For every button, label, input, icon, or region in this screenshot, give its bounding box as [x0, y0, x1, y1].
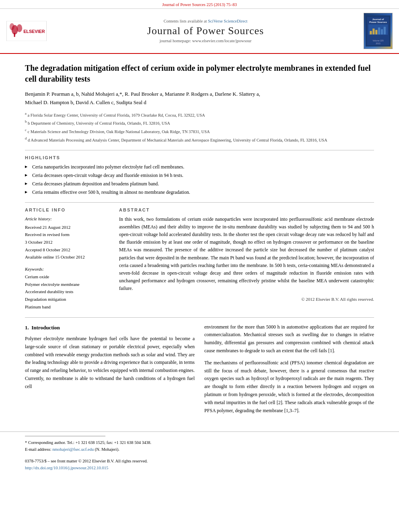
received-revised-label: Received in revised form [25, 231, 109, 238]
issn-text: 0378-7753/$ – see front matter © 2012 El… [25, 459, 148, 463]
svg-rect-16 [384, 27, 386, 35]
intro-paragraph-1: Polymer electrolyte membrane hydrogen fu… [25, 335, 195, 391]
highlight-item-1: Ceria nanoparticles incorporated into po… [25, 163, 374, 170]
intro-number: 1. [25, 325, 29, 331]
journal-header-left: ELSEVIER [6, 13, 55, 49]
svg-text:ELSEVIER: ELSEVIER [23, 29, 45, 34]
body-two-columns: 1. Introduction Polymer electrolyte memb… [25, 323, 374, 419]
highlights-label: HIGHLIGHTS [25, 155, 374, 160]
journal-header-center: Contents lists available at SciVerse Sci… [60, 13, 352, 49]
footer-divider [25, 436, 105, 436]
corresponding-author-text: * Corresponding author. Tel.: +1 321 638… [25, 440, 151, 445]
intro-heading: 1. Introduction [25, 323, 195, 332]
affiliation-c: c c Materials Science and Technology Div… [25, 127, 374, 135]
keyword-2: Polymer electrolyte membrane [25, 281, 109, 288]
highlight-item-2: Ceria decreases open-circuit voltage dec… [25, 172, 374, 179]
journal-ref-text: Journal of Power Sources 225 (2013) 75–8… [162, 2, 237, 7]
journal-reference-bar: Journal of Power Sources 225 (2013) 75–8… [0, 0, 399, 9]
svg-rect-4 [14, 33, 15, 37]
author-email-link[interactable]: nmohajeri@fsec.ucf.edu [52, 447, 94, 452]
sciverse-link[interactable]: SciVerse ScienceDirect [208, 19, 247, 23]
keyword-4: Degradation mitigation [25, 296, 109, 303]
svg-rect-14 [378, 27, 380, 34]
intro-title: Introduction [31, 325, 60, 331]
svg-rect-11 [370, 31, 372, 35]
article-info-label: ARTICLE INFO [25, 207, 109, 212]
keyword-1: Cerium oxide [25, 273, 109, 281]
highlights-section: HIGHLIGHTS Ceria nanoparticles incorpora… [25, 155, 374, 196]
main-content: The degradation mitigation effect of cer… [0, 54, 399, 427]
keyword-3: Accelerated durability tests [25, 288, 109, 296]
article-title: The degradation mitigation effect of cer… [25, 63, 374, 84]
svg-rect-13 [375, 30, 377, 34]
received-date: Received 21 August 2012 [25, 224, 109, 231]
authors-line1: Benjamin P. Pearman a, b, Nahid Mohajeri… [25, 91, 260, 97]
email-label: E-mail address: [25, 447, 51, 452]
svg-text:Volume 225: Volume 225 [372, 39, 383, 42]
copyright-line: © 2012 Elsevier B.V. All rights reserved… [119, 297, 374, 302]
svg-text:Power Sources: Power Sources [369, 21, 387, 23]
svg-text:Journal of: Journal of [372, 18, 384, 21]
page: Journal of Power Sources 225 (2013) 75–8… [0, 0, 399, 532]
divider-3 [25, 317, 374, 318]
divider-1 [25, 150, 374, 150]
journal-homepage-line: journal homepage: www.elsevier.com/locat… [160, 39, 252, 43]
sciverse-line: Contents lists available at SciVerse Sci… [164, 19, 247, 23]
accepted-date: Accepted 8 October 2012 [25, 246, 109, 254]
intro-paragraph-2: environment for the more than 5000 h in … [204, 323, 374, 355]
body-right-col: environment for the more than 5000 h in … [204, 323, 374, 419]
elsevier-logo: ELSEVIER [6, 21, 47, 41]
highlight-item-4: Ceria remains effective over 500 h, resu… [25, 189, 374, 196]
journal-header: ELSEVIER Contents lists available at Sci… [0, 9, 399, 54]
svg-point-2 [17, 24, 23, 32]
corresponding-author-note: * Corresponding author. Tel.: +1 321 638… [25, 440, 374, 453]
received-revised-date: 3 October 2012 [25, 238, 109, 246]
email-name: (N. Mohajeri). [95, 447, 119, 452]
body-left-col: 1. Introduction Polymer electrolyte memb… [25, 323, 195, 419]
intro-paragraph-3: The mechanisms of perfluorosulfonic acid… [204, 359, 374, 415]
keyword-5: Platinum band [25, 303, 109, 311]
highlights-list: Ceria nanoparticles incorporated into po… [25, 163, 374, 196]
svg-point-3 [10, 23, 14, 30]
highlight-item-3: Ceria decreases platinum deposition and … [25, 180, 374, 187]
authors: Benjamin P. Pearman a, b, Nahid Mohajeri… [25, 90, 374, 107]
available-date: Available online 15 October 2012 [25, 253, 109, 261]
article-info-column: ARTICLE INFO Article history: Received 2… [25, 207, 109, 311]
article-info-abstract-section: ARTICLE INFO Article history: Received 2… [25, 207, 374, 311]
footer-issn: 0378-7753/$ – see front matter © 2012 El… [25, 458, 374, 472]
abstract-text: In this work, two formulations of cerium… [119, 216, 374, 293]
journal-name-heading: Journal of Power Sources [147, 25, 264, 37]
journal-header-right: Journal of Power Sources Volume 225 2013 [356, 13, 393, 49]
svg-rect-12 [372, 29, 374, 35]
affiliation-a: a a Florida Solar Energy Center, Univers… [25, 111, 374, 119]
affiliations: a a Florida Solar Energy Center, Univers… [25, 111, 374, 144]
svg-rect-15 [381, 29, 383, 35]
divider-2 [25, 202, 374, 203]
affiliation-b: b b Department of Chemistry, University … [25, 119, 374, 127]
abstract-column: ABSTRACT In this work, two formulations … [119, 207, 374, 311]
keywords-label: Keywords: [25, 267, 109, 271]
page-footer: * Corresponding author. Tel.: +1 321 638… [0, 431, 399, 474]
authors-line2: Michael D. Hampton b, David A. Cullen c,… [25, 99, 146, 105]
doi-link[interactable]: http://dx.doi.org/10.1016/j.jpowsour.201… [25, 466, 108, 470]
history-label: Article history: [25, 216, 109, 221]
abstract-label: ABSTRACT [119, 207, 374, 212]
affiliation-d: d d Advanced Materials Processing and An… [25, 136, 374, 144]
journal-cover-image: Journal of Power Sources Volume 225 2013 [364, 13, 393, 49]
keywords-section: Keywords: Cerium oxide Polymer electroly… [25, 267, 109, 310]
svg-text:2013: 2013 [376, 42, 380, 45]
